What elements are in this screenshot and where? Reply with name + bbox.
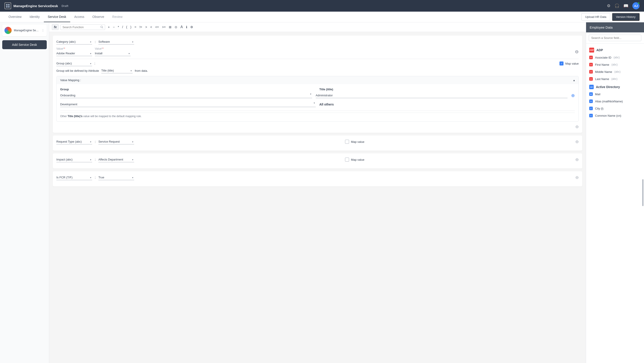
ad-item-icon-2: A [589,99,593,103]
sidebar-menu-icon[interactable]: ⋮ [41,29,44,32]
content-area: Category (abc) : Software V [49,32,586,193]
sidebar-service-name: ManageEngine ServiceDes... [14,29,39,32]
emp-last-name[interactable]: A Last Name (abc) [586,75,644,82]
op-greater-eq[interactable]: >= [161,25,166,29]
emp-mail[interactable]: M Mail [586,90,644,98]
is-fcr-remove-button[interactable]: ⊖ [575,175,579,180]
vm-all-others-label: All others [319,103,575,106]
app-name: ManageEngine ServiceDesk [14,4,58,8]
ad-section-label: Active Directory [596,85,620,89]
tab-access[interactable]: Access [70,12,88,22]
impact-row: Impact (abc) : Affects Department Map va… [56,157,579,162]
value2-select[interactable]: Install [95,51,130,56]
book-icon[interactable]: 📖 [624,3,628,8]
is-fcr-value-select[interactable]: True [98,175,134,180]
op-close-paren[interactable]: ) [130,25,132,29]
op-grid[interactable]: ⊞ [168,25,172,29]
formula-fx-label: fx [52,24,58,30]
request-remove-button[interactable]: ⊖ [575,139,579,144]
scrollbar-thumb[interactable] [642,179,643,206]
op-not-equals[interactable]: != [139,25,143,29]
emp-associate-id[interactable]: A Associate ID (abc) [586,54,644,61]
op-divide[interactable]: / [121,25,124,29]
formula-bar: fx + − * / ( ) = != > < <= >= ⊞ ⊙ A [49,22,586,32]
op-text[interactable]: A [180,24,184,29]
request-type-select[interactable]: Request Type (abc) [56,139,92,144]
impact-map-checkbox[interactable] [345,158,349,162]
is-fcr-wrap: Is FCR (T/F) [56,175,92,180]
tab-service-desk[interactable]: Service Desk [44,12,70,22]
online-indicator [638,2,640,4]
employee-search-input[interactable] [589,35,641,41]
op-multiply[interactable]: * [117,25,120,29]
vm-group2-select[interactable]: Development [60,102,316,107]
vm-group-header: Group [60,88,316,91]
op-plus[interactable]: + [107,25,110,29]
request-value-select[interactable]: Service Request [98,139,134,144]
emp-mail-label: Mail [595,92,600,96]
avatar[interactable]: AJ [632,2,640,9]
op-greater[interactable]: > [144,25,148,29]
emp-associate-id-tag: (abc) [614,56,620,59]
impact-remove-button[interactable]: ⊖ [575,157,579,162]
op-settings[interactable]: ⚙ [190,25,194,29]
is-fcr-select[interactable]: Is FCR (T/F) [56,175,92,180]
request-type-row: Request Type (abc) : Service Request Map… [56,139,579,144]
value1-select[interactable]: Adobe Reader [56,51,92,56]
group-remove-button[interactable]: ⊖ [575,124,579,129]
employee-list: ADP ADP A Associate ID (abc) A First Nam… [586,43,644,363]
formula-search-wrap [60,24,105,30]
ad-item-icon: M [589,92,593,96]
gear-icon[interactable]: ⚙ [607,3,610,8]
value-mapping-body: Group Title (title) Onboarding [56,84,578,121]
op-equals[interactable]: = [134,25,137,29]
request-map-checkbox[interactable] [345,140,349,144]
tab-observe[interactable]: Observe [88,12,108,22]
vm-title1-input[interactable] [316,93,568,98]
emp-city[interactable]: C City (l) [586,105,644,112]
impact-select[interactable]: Impact (abc) [56,157,92,162]
value2-col: Value* Install [95,47,130,56]
emp-middle-name[interactable]: A Middle Name (abc) [586,68,644,75]
tab-identity[interactable]: Identity [26,12,44,22]
version-history-button[interactable]: Version History [612,13,640,21]
category-select[interactable]: Category (abc) [56,39,92,44]
category-section: Category (abc) : Software V [53,35,582,133]
request-colon: : [95,140,96,143]
svg-rect-2 [6,6,8,7]
employee-panel: Employee Data ADP ADP A Associate ID (ab… [586,22,644,363]
emp-first-name[interactable]: A First Name (abc) [586,61,644,68]
formula-search-input[interactable] [62,25,99,29]
op-clock[interactable]: ⊙ [174,25,178,29]
group-select[interactable]: Group (abc) [56,61,92,66]
tab-review[interactable]: Review [108,12,126,22]
op-minus[interactable]: − [112,25,116,29]
vm-add-row-button[interactable]: ⊕ [571,93,575,98]
category-value-wrap: Software [98,39,134,44]
value-mapping-header[interactable]: Value Mapping : [56,76,578,84]
tab-overview[interactable]: Overview [4,12,26,22]
vm-group1-select[interactable]: Onboarding [60,93,312,98]
value-mapping-section: Value Mapping : Group Title (title) [56,76,579,122]
emp-alias[interactable]: A Alias (mailNickName) [586,98,644,105]
request-map-label: Map value [351,140,364,143]
category-row: Category (abc) : Software [56,39,579,44]
op-less-eq[interactable]: <= [154,25,160,29]
attr-select[interactable]: Title (title) [101,68,132,73]
op-less[interactable]: < [149,25,153,29]
impact-value-select[interactable]: Affects Department [98,157,134,162]
add-service-desk-button[interactable]: Add Service Desk [2,40,47,49]
op-info[interactable]: ℹ [185,25,188,29]
map-value-checkbox[interactable]: ✓ [560,61,564,65]
value2-label: Value* [95,47,130,50]
vm-row-1: Onboarding ⊕ [60,93,575,98]
category-field-wrap: Category (abc) [56,39,92,44]
value-mapping-collapse-icon[interactable] [573,78,575,82]
category-value-select[interactable]: Software [98,39,134,44]
upload-hr-data-button[interactable]: Upload HR Data [582,13,610,20]
value-remove-button[interactable]: ⊖ [575,49,579,54]
headset-icon[interactable]: 🎧 [614,3,620,8]
emp-common-name[interactable]: C Common Name (cn) [586,112,644,119]
op-open-paren[interactable]: ( [125,25,128,29]
value1-wrap: Adobe Reader [56,51,92,56]
